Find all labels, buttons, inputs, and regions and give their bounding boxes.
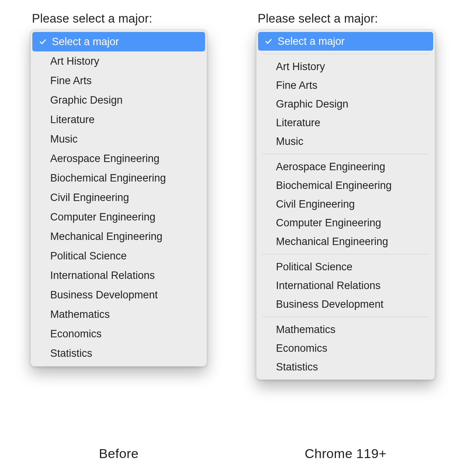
select-option-label: Statistics [50, 347, 92, 360]
select-option[interactable]: Fine Arts [31, 71, 207, 90]
select-option-label: Literature [276, 117, 320, 129]
select-option-label: Mechanical Engineering [50, 231, 162, 243]
caption-after: Chrome 119+ [256, 446, 435, 461]
select-option[interactable]: Economics [31, 324, 207, 344]
select-option[interactable]: Mathematics [31, 305, 207, 324]
select-option-label: Computer Engineering [276, 217, 381, 229]
select-option-label: Business Development [50, 289, 158, 301]
select-option-label: Civil Engineering [50, 192, 129, 204]
select-option-label: Aerospace Engineering [276, 161, 385, 173]
select-option-label: Literature [50, 114, 95, 126]
select-option-label: Aerospace Engineering [50, 153, 160, 165]
select-option-label: Mechanical Engineering [276, 236, 388, 248]
select-option[interactable]: International Relations [256, 276, 435, 295]
select-option[interactable]: Biochemical Engineering [256, 176, 435, 195]
select-option[interactable]: Civil Engineering [256, 195, 435, 213]
select-option[interactable]: Music [31, 129, 207, 149]
select-option-label: Fine Arts [276, 79, 318, 92]
select-option[interactable]: Statistics [256, 358, 435, 376]
select-label: Please select a major: [32, 12, 233, 26]
checkmark-icon [263, 37, 274, 45]
after-column: Please select a major: Select a majorArt… [256, 12, 458, 380]
select-option[interactable]: Graphic Design [256, 95, 435, 113]
select-option[interactable]: Fine Arts [256, 76, 435, 95]
select-option-label: Music [276, 136, 304, 148]
option-group-divider [262, 317, 429, 317]
select-option-label: Statistics [276, 361, 318, 373]
select-option[interactable]: Literature [31, 110, 207, 129]
caption-before: Before [30, 446, 207, 461]
option-group-divider [262, 154, 429, 154]
select-option[interactable]: Biochemical Engineering [31, 168, 207, 188]
select-option-label: Computer Engineering [50, 211, 155, 223]
select-option-label: Graphic Design [50, 94, 123, 106]
select-option[interactable]: Art History [31, 51, 207, 71]
select-option[interactable]: Select a major [258, 32, 433, 51]
select-option[interactable]: Mathematics [256, 320, 435, 339]
select-option-label: Art History [276, 61, 325, 73]
select-option[interactable]: Select a major [32, 32, 205, 51]
select-option[interactable]: Political Science [256, 257, 435, 276]
select-option[interactable]: Statistics [31, 344, 207, 363]
select-option-label: Fine Arts [50, 75, 92, 87]
select-option-label: International Relations [276, 280, 381, 292]
select-option-label: Political Science [276, 261, 353, 273]
select-option[interactable]: Graphic Design [31, 90, 207, 110]
select-popup-after: Select a majorArt HistoryFine ArtsGraphi… [256, 30, 435, 380]
option-group-divider [262, 254, 429, 254]
select-option-label: Mathematics [276, 324, 336, 336]
select-popup-before: Select a majorArt HistoryFine ArtsGraphi… [30, 30, 207, 367]
select-option-label: Economics [276, 342, 327, 354]
select-option-label: Graphic Design [276, 98, 348, 110]
select-option-label: Biochemical Engineering [50, 172, 166, 184]
select-option-label: Select a major [278, 35, 345, 48]
select-option-label: Biochemical Engineering [276, 180, 392, 192]
select-option[interactable]: International Relations [31, 266, 207, 285]
before-column: Please select a major: Select a majorArt… [30, 12, 233, 367]
select-option[interactable]: Mechanical Engineering [256, 232, 435, 251]
checkmark-icon [38, 38, 48, 46]
select-option[interactable]: Literature [256, 113, 435, 132]
option-group-divider [262, 54, 429, 54]
select-option[interactable]: Computer Engineering [256, 213, 435, 232]
select-option-label: International Relations [50, 270, 155, 282]
select-option-label: Select a major [52, 36, 119, 48]
select-label: Please select a major: [258, 12, 458, 26]
select-option-label: Mathematics [50, 309, 110, 321]
select-option-label: Music [50, 133, 78, 145]
select-option[interactable]: Political Science [31, 246, 207, 266]
select-option[interactable]: Computer Engineering [31, 207, 207, 227]
select-option[interactable]: Art History [256, 57, 435, 76]
select-option[interactable]: Aerospace Engineering [31, 149, 207, 168]
select-option-label: Art History [50, 55, 99, 67]
select-option-label: Political Science [50, 250, 127, 262]
select-option[interactable]: Music [256, 132, 435, 151]
select-option-label: Economics [50, 328, 102, 340]
select-option[interactable]: Mechanical Engineering [31, 227, 207, 246]
select-option-label: Business Development [276, 298, 383, 310]
select-option-label: Civil Engineering [276, 198, 355, 210]
select-option[interactable]: Civil Engineering [31, 188, 207, 207]
select-option[interactable]: Business Development [31, 285, 207, 305]
select-option[interactable]: Economics [256, 339, 435, 358]
select-option[interactable]: Business Development [256, 295, 435, 314]
select-option[interactable]: Aerospace Engineering [256, 157, 435, 176]
